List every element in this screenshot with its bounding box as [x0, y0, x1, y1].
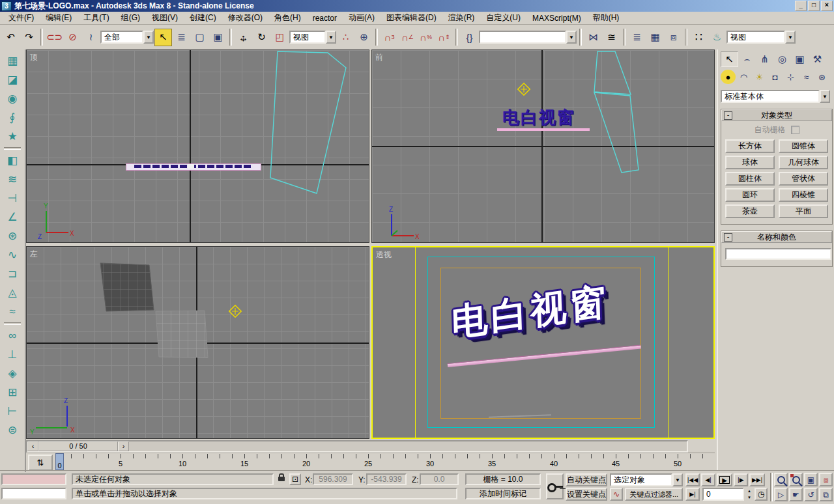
viewport-perspective[interactable]: 透视 电白视窗	[371, 246, 715, 439]
select-and-rotate-button[interactable]: ↻	[253, 29, 270, 46]
deforming-mesh-collection-icon[interactable]: ★	[3, 127, 22, 146]
set-keys-button[interactable]	[546, 473, 564, 499]
collapse-icon[interactable]: -	[724, 233, 732, 242]
select-and-manipulate-button[interactable]: ⊕	[355, 29, 373, 46]
zoom-extents-all-button[interactable]: ⧈	[819, 473, 833, 486]
key-filters-button[interactable]: 关键点过滤器...	[625, 488, 683, 501]
align-button[interactable]: ≅	[603, 29, 620, 46]
arc-rotate-button[interactable]: ↺	[804, 488, 818, 501]
frame-spinner[interactable]: ▴ ▾	[745, 488, 753, 501]
viewport-left-label[interactable]: 左	[30, 249, 38, 260]
chevron-down-icon[interactable]: ▼	[143, 31, 154, 44]
bind-to-spacewarp-icon[interactable]: ≀	[82, 29, 100, 46]
add-time-tag[interactable]: 添加时间标记	[465, 488, 541, 499]
display-tab-icon[interactable]: ▣	[791, 51, 809, 67]
spinner-snap-toggle[interactable]: ∩⇕	[435, 29, 453, 46]
zoom-extents-button[interactable]: ▣	[804, 473, 818, 486]
viewport-front-label[interactable]: 前	[375, 52, 383, 63]
pyramid-button[interactable]: 四棱锥	[779, 188, 828, 202]
hinge-icon[interactable]: ∠	[3, 208, 22, 227]
chevron-down-icon[interactable]: ▼	[672, 473, 683, 486]
time-slider-prev-button[interactable]: ‹	[27, 441, 38, 451]
lights-category-icon[interactable]: ☀	[752, 70, 767, 84]
title-bar[interactable]: 3 第七场景-LOGO.max - Autodesk 3ds Max 8 - S…	[0, 0, 834, 12]
torus-button[interactable]: 圆环	[725, 188, 775, 202]
motor-icon[interactable]: ⊛	[3, 227, 22, 245]
menu-animation[interactable]: 动画(A)	[343, 11, 381, 25]
zoom-button[interactable]	[774, 473, 788, 486]
field-of-view-button[interactable]: ▷	[774, 488, 788, 501]
soft-body-collection-icon[interactable]: ◉	[3, 89, 22, 108]
z-coordinate-field[interactable]: 0.0	[420, 473, 459, 485]
utilities-tab-icon[interactable]: ⚒	[809, 51, 826, 67]
menu-maxscript[interactable]: MAXScript(M)	[526, 12, 587, 24]
next-frame-button[interactable]: |▶	[734, 473, 748, 486]
track-bar[interactable]: ⇅ 5 10 15 20 25 30 35 40 45 50 0	[26, 453, 715, 471]
dashpot-icon[interactable]: ⊣	[3, 189, 22, 208]
spacewarps-category-icon[interactable]: ≈	[799, 70, 814, 84]
maxscript-mini-listener-white[interactable]	[1, 488, 66, 499]
select-and-link-icon[interactable]: ⊂⊃	[46, 29, 63, 46]
chair-constraint-icon[interactable]: ⊢	[3, 402, 22, 421]
constraint-icon[interactable]: ⊞	[3, 383, 22, 402]
menu-edit[interactable]: 编辑(E)	[40, 11, 78, 25]
maximize-viewport-toggle[interactable]: ⧉	[819, 488, 833, 501]
percent-snap-toggle[interactable]: ∩%	[417, 29, 435, 46]
viewport-front[interactable]: 前 电白视窗 Z X	[371, 49, 715, 243]
open-mini-curve-editor-button[interactable]: ⇅	[28, 455, 53, 471]
menu-graph-editors[interactable]: 图表编辑器(D)	[381, 11, 442, 25]
auto-key-button[interactable]: 自动关键点	[566, 473, 607, 486]
viewport-top[interactable]: 顶 Y X Z	[26, 49, 369, 243]
helpers-category-icon[interactable]: ⊹	[783, 70, 798, 84]
snap-toggle-3d-button[interactable]: ∩3	[381, 29, 398, 46]
menu-rendering[interactable]: 渲染(R)	[442, 11, 481, 25]
edit-named-selections-button[interactable]: {}	[461, 29, 478, 46]
menu-file[interactable]: 文件(F)	[3, 11, 40, 25]
tube-button[interactable]: 管状体	[779, 172, 828, 186]
time-slider-next-button[interactable]: ›	[118, 441, 129, 451]
preview-animation-icon[interactable]: ⊜	[3, 421, 22, 440]
selection-lock-toggle[interactable]	[276, 473, 287, 485]
viewport-top-label[interactable]: 顶	[30, 52, 38, 63]
text-spline-top-wire[interactable]	[126, 163, 261, 171]
time-slider-handle[interactable]: 0 / 50	[38, 441, 118, 451]
chevron-down-icon[interactable]: ▼	[820, 90, 830, 103]
object-name-field[interactable]	[725, 248, 831, 260]
sphere-button[interactable]: 球体	[725, 156, 775, 169]
render-scene-button[interactable]: ♨	[708, 29, 726, 46]
named-selection-dropdown[interactable]: ▼	[479, 31, 577, 44]
current-frame-field[interactable]: 0	[702, 488, 744, 501]
primitive-category-dropdown[interactable]: 标准基本体 ▼	[721, 90, 830, 103]
menu-views[interactable]: 视图(V)	[146, 11, 184, 25]
plane-icon[interactable]: ◧	[3, 151, 22, 170]
autogrid-checkbox[interactable]	[791, 126, 799, 134]
reference-coordsys-dropdown[interactable]: 视图 ▼	[289, 31, 336, 44]
app-icon[interactable]: 3	[1, 1, 12, 11]
play-button[interactable]: ▶	[717, 473, 732, 486]
teapot-button[interactable]: 茶壶	[725, 204, 775, 218]
logo-text-front[interactable]: 电白视窗	[502, 106, 575, 129]
redo-icon[interactable]: ↷	[20, 29, 38, 46]
undo-icon[interactable]: ↶	[2, 29, 20, 46]
maxscript-mini-listener-pink[interactable]	[1, 473, 66, 485]
create-tab-icon[interactable]: ↖	[721, 51, 738, 67]
selection-filter-dropdown[interactable]: 全部 ▼	[100, 31, 154, 44]
pan-button[interactable]: ☛	[789, 488, 803, 501]
select-and-scale-button[interactable]: ◰	[271, 29, 289, 46]
name-color-rollout-header[interactable]: - 名称和颜色	[721, 231, 832, 243]
motion-tab-icon[interactable]: ◎	[773, 51, 791, 67]
menu-help[interactable]: 帮助(H)	[587, 11, 626, 25]
menu-customize[interactable]: 自定义(U)	[480, 11, 526, 25]
time-configuration-button[interactable]: ◷	[755, 488, 768, 501]
window-crossing-toggle[interactable]: ▣	[209, 29, 227, 46]
curve-editor-button[interactable]: ▦	[646, 29, 664, 46]
systems-category-icon[interactable]: ⊛	[814, 70, 829, 84]
rope-collection-icon[interactable]: ∮	[3, 108, 22, 127]
render-type-dropdown[interactable]: 视图 ▼	[726, 31, 796, 44]
menu-reactor[interactable]: reactor	[307, 12, 343, 24]
spinner-up-icon[interactable]: ▴	[745, 488, 753, 494]
menu-tools[interactable]: 工具(T)	[78, 11, 115, 25]
cameras-category-icon[interactable]: ◘	[768, 70, 783, 84]
fragment-icon[interactable]: ◈	[3, 364, 22, 383]
chevron-down-icon[interactable]: ▼	[566, 31, 577, 44]
